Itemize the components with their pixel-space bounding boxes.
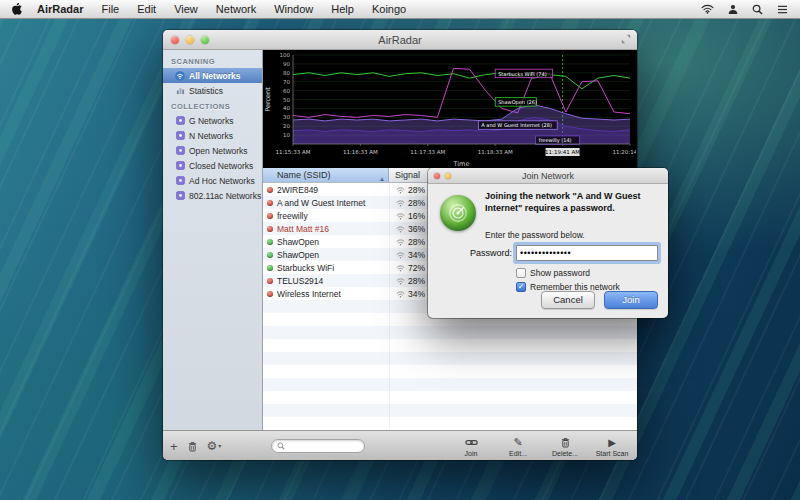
menu-view[interactable]: View [165, 0, 207, 19]
menu-network[interactable]: Network [207, 0, 265, 19]
menu-edit[interactable]: Edit [128, 0, 165, 19]
ssid-name: Starbucks WiFi [277, 263, 389, 273]
svg-text:70: 70 [283, 79, 290, 85]
svg-text:ShawOpen (26): ShawOpen (26) [498, 99, 537, 106]
sidebar-item-n-networks[interactable]: N Networks [163, 128, 262, 143]
sidebar-item-ad-hoc-networks[interactable]: Ad Hoc Networks [163, 173, 262, 188]
dialog-title: Join Network [522, 171, 574, 181]
menu-koingo[interactable]: Koingo [363, 0, 415, 19]
status-dot [267, 226, 273, 232]
status-dot [267, 239, 273, 245]
svg-text:Starbucks WiFi (74): Starbucks WiFi (74) [498, 71, 546, 77]
user-icon[interactable] [728, 4, 738, 15]
apple-menu-icon[interactable] [6, 0, 28, 19]
signal-cell: 72% [389, 263, 425, 273]
signal-percent: 34% [408, 289, 425, 299]
svg-text:40: 40 [283, 105, 290, 111]
window-titlebar[interactable]: AirRadar [163, 30, 637, 50]
remember-checkbox[interactable]: ✓ [516, 282, 526, 292]
sidebar-item-g-networks[interactable]: G Networks [163, 113, 262, 128]
svg-text:80: 80 [283, 70, 290, 76]
ssid-name: 2WIRE849 [277, 185, 389, 195]
svg-text:30: 30 [283, 114, 290, 120]
join-button[interactable]: Join [604, 291, 658, 309]
column-header-name[interactable]: Name (SSID) ▲ [263, 168, 389, 182]
toolbar-start-scan-button[interactable]: ▶Start Scan [595, 436, 629, 457]
sidebar-item-all-networks[interactable]: All Networks [163, 68, 262, 83]
delete-collection-button[interactable] [188, 441, 197, 452]
signal-cell: 16% [389, 211, 425, 221]
toolbar-edit-button[interactable]: ✎Edit... [501, 436, 535, 457]
svg-text:90: 90 [283, 61, 290, 67]
collection-icon [175, 131, 185, 141]
traffic-lights [171, 36, 209, 44]
svg-text:Time: Time [453, 160, 470, 168]
dialog-titlebar[interactable]: Join Network [428, 168, 668, 184]
password-label: Password: [428, 248, 512, 258]
sidebar-section-scanning: SCANNING [163, 53, 262, 68]
close-button[interactable] [171, 36, 179, 44]
collection-icon [175, 191, 185, 201]
menu-airradar[interactable]: AirRadar [28, 0, 92, 19]
sidebar-item-closed-networks[interactable]: Closed Networks [163, 158, 262, 173]
dialog-close-button[interactable] [434, 173, 440, 179]
dialog-minimize-button[interactable] [445, 173, 451, 179]
svg-text:20: 20 [283, 123, 290, 129]
signal-cell: 28% [389, 185, 425, 195]
collection-icon [175, 116, 185, 126]
link-icon [465, 436, 478, 449]
status-dot [267, 265, 273, 271]
show-password-checkbox[interactable] [516, 268, 526, 278]
sidebar-item-802-11ac-networks[interactable]: 802.11ac Networks [163, 188, 262, 203]
svg-text:10: 10 [283, 132, 290, 138]
fullscreen-icon[interactable] [621, 34, 631, 44]
wifi-icon [396, 290, 405, 298]
svg-text:11:20:14 AM: 11:20:14 AM [613, 149, 636, 155]
wifi-icon[interactable] [701, 4, 714, 14]
password-input[interactable] [516, 245, 658, 261]
action-gear-button[interactable]: ⚙▾ [207, 440, 222, 452]
sidebar: SCANNINGAll NetworksStatisticsCOLLECTION… [163, 50, 263, 430]
show-password-row[interactable]: Show password [516, 268, 590, 278]
svg-text:50: 50 [283, 97, 290, 103]
collection-icon [175, 176, 185, 186]
signal-percent: 72% [408, 263, 425, 273]
desktop: AirRadarFileEditViewNetworkWindowHelpKoi… [0, 0, 800, 500]
wifi-icon [396, 277, 405, 285]
minimize-button[interactable] [186, 36, 194, 44]
menu-window[interactable]: Window [265, 0, 322, 19]
toolbar-delete-button[interactable]: Delete... [548, 436, 582, 457]
ssid-name: TELUS2914 [277, 276, 389, 286]
svg-text:11:18:33 AM: 11:18:33 AM [478, 149, 513, 155]
menu-help[interactable]: Help [322, 0, 363, 19]
wifi-icon [396, 225, 405, 233]
wifi-icon [396, 199, 405, 207]
signal-chart[interactable]: 10203040506070809010011:15:33 AM11:16:33… [263, 50, 637, 168]
svg-text:11:17:33 AM: 11:17:33 AM [410, 149, 445, 155]
toolbar-join-button[interactable]: Join [454, 436, 488, 457]
svg-text:11:16:33 AM: 11:16:33 AM [343, 149, 378, 155]
search-input[interactable] [288, 442, 359, 451]
menu-file[interactable]: File [92, 0, 128, 19]
signal-percent: 36% [408, 224, 425, 234]
sidebar-item-statistics[interactable]: Statistics [163, 83, 262, 98]
add-collection-button[interactable]: + [170, 440, 178, 453]
svg-text:11:15:33 AM: 11:15:33 AM [276, 149, 311, 155]
wifi-icon [396, 251, 405, 259]
spotlight-icon[interactable] [752, 4, 763, 15]
ssid-name: ShawOpen [277, 250, 389, 260]
sidebar-item-open-networks[interactable]: Open Networks [163, 143, 262, 158]
signal-cell: 28% [389, 237, 425, 247]
cancel-button[interactable]: Cancel [541, 291, 595, 309]
trash-icon [561, 436, 570, 449]
collection-icon [175, 146, 185, 156]
notification-icon[interactable] [777, 5, 788, 14]
dialog-traffic-lights [434, 173, 451, 179]
svg-text:A and W Guest Internet (28): A and W Guest Internet (28) [481, 122, 552, 128]
svg-text:11:19:41 AM: 11:19:41 AM [545, 149, 580, 155]
search-field[interactable] [271, 439, 365, 453]
zoom-button[interactable] [201, 36, 209, 44]
stats-icon [175, 86, 185, 96]
ssid-name: ShawOpen [277, 237, 389, 247]
play-icon: ▶ [608, 436, 616, 449]
